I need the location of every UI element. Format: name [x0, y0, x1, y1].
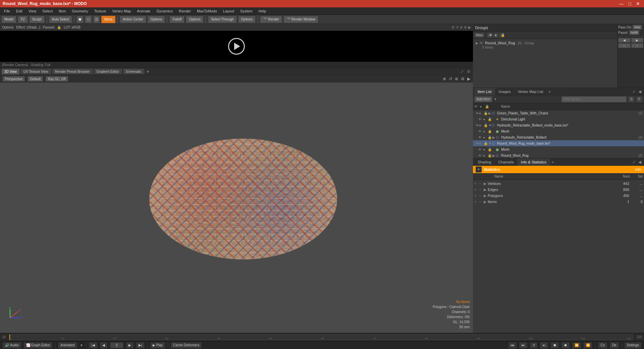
preview-options-label[interactable]: Options	[2, 26, 13, 29]
de-btn[interactable]: De	[610, 342, 619, 348]
prev-keyframe-btn[interactable]: |◀	[89, 342, 97, 348]
il-collapse-btn[interactable]: ◀	[637, 89, 643, 94]
tab-shading[interactable]: Shading	[474, 158, 495, 166]
groups-new-btn[interactable]: New	[474, 33, 484, 38]
stat-expand-polygons[interactable]: ▶	[484, 194, 487, 198]
menu-animate[interactable]: Animate	[134, 8, 153, 14]
groups-lock-btn[interactable]: 🔒	[499, 33, 504, 38]
preview-icon-4[interactable]: ⚙	[464, 26, 467, 29]
play-preview-btn[interactable]	[228, 38, 245, 55]
transport-4[interactable]: ⏯	[540, 342, 548, 348]
st-expand-btn[interactable]: ⤢	[631, 160, 637, 164]
item-row-0[interactable]: 👁 ● 🔒 ▶ ⬡ Green_Plastic_Table_With_Chair…	[473, 110, 644, 116]
vp-rotate-icon[interactable]: ↺	[449, 77, 452, 81]
preview-icon-3[interactable]: ⊕	[460, 26, 463, 29]
menu-help[interactable]: Help	[256, 8, 269, 14]
viewport-options-btn[interactable]: ⚙	[466, 69, 472, 74]
pass-new-btn[interactable]: New	[633, 25, 642, 30]
frame-input[interactable]	[110, 342, 123, 348]
model-btn[interactable]: Model	[1, 16, 16, 23]
tab-images[interactable]: Images	[495, 88, 515, 95]
pass-next-btn[interactable]: ▶	[631, 38, 644, 43]
item-row-7[interactable]: 👁 ● 🔒 ▶ ⬡ Round_Wool_Rug (2)	[473, 152, 644, 158]
il-f-col[interactable]: F	[636, 96, 643, 102]
mode-2-btn[interactable]: ⬡	[85, 16, 92, 23]
stat-minus-items[interactable]: −	[479, 200, 483, 204]
st-collapse-btn[interactable]: ◀	[637, 160, 643, 164]
menu-view[interactable]: View	[26, 8, 39, 14]
add-item-dropdown-icon[interactable]: ▼	[494, 97, 497, 101]
maximize-btn[interactable]: □	[627, 1, 633, 6]
perspective-btn[interactable]: Perspective	[3, 76, 25, 82]
menu-texture[interactable]: Texture	[92, 8, 109, 14]
item-row-1[interactable]: 👁 ● 🔒 ▶ ☀ Directional Light	[473, 116, 644, 122]
audio-btn[interactable]: 🔊 Audio	[3, 342, 21, 348]
menu-vertex-map[interactable]: Vertex Map	[110, 8, 134, 14]
menu-maxtomodo[interactable]: MaxToModo	[194, 8, 220, 14]
pass-resize-w-btn[interactable]: ↔	[618, 43, 631, 48]
transport-7[interactable]: ⏪	[572, 342, 581, 348]
item-expand-1[interactable]: ▶	[492, 117, 496, 121]
tab-info-stats[interactable]: Info & Statistics	[518, 158, 550, 166]
transport-3[interactable]: ↺	[530, 342, 537, 348]
add-item-btn[interactable]: Add Item	[474, 96, 492, 102]
transport-6[interactable]: ⏺	[561, 342, 570, 348]
pass-nofilt-btn[interactable]: Nofilt	[629, 30, 640, 35]
transport-5[interactable]: ⏹	[551, 342, 559, 348]
settings-btn[interactable]: Settings	[625, 342, 641, 348]
stat-expand-vertices[interactable]: ▶	[484, 182, 487, 186]
menu-layout[interactable]: Layout	[220, 8, 237, 14]
animated-btn[interactable]: Animated	[58, 342, 77, 348]
render-btn[interactable]: 🎬 Render	[260, 16, 282, 23]
menu-render[interactable]: Render	[176, 8, 194, 14]
tab-channels[interactable]: Channels	[495, 158, 517, 166]
tab-schematic[interactable]: Schematic	[123, 68, 145, 74]
falloff-btn[interactable]: Falloff	[169, 16, 184, 23]
ray-gl-btn[interactable]: Ray GL: Off	[46, 76, 68, 82]
stat-plus-vertices[interactable]: +	[474, 182, 478, 186]
pass-resize-h-btn[interactable]: ↕	[631, 43, 644, 48]
preview-icon-2[interactable]: ↺	[456, 26, 459, 29]
groups-eye-btn[interactable]: ●	[493, 33, 498, 38]
vp-center-icon[interactable]: ⊕	[443, 77, 446, 81]
item-row-4[interactable]: 👁 ● 🔒 ▶ ⬡ Hydraulic_Retractable_Bollard …	[473, 134, 644, 140]
vp-expand-icon[interactable]: ▶	[467, 77, 470, 81]
stat-minus-vertices[interactable]: −	[479, 182, 483, 186]
timeline-track[interactable]: 0 10 20 30 40 50 60 70 80 90 100 110 120	[9, 334, 633, 340]
stat-expand-edges[interactable]: ▶	[484, 188, 487, 192]
co-btn[interactable]: Co	[598, 342, 607, 348]
options-2-btn[interactable]: Options	[186, 16, 203, 23]
tab-gradient-editor[interactable]: Gradient Editor	[94, 68, 122, 74]
default-btn[interactable]: Default	[28, 76, 43, 82]
play-btn[interactable]: ▶ Play	[150, 342, 165, 348]
menu-dynamics[interactable]: Dynamics	[154, 8, 175, 14]
options-1-btn[interactable]: Options	[148, 16, 165, 23]
stat-minus-edges[interactable]: −	[479, 188, 483, 192]
auto-select-btn[interactable]: Auto Select	[49, 16, 72, 23]
menu-select[interactable]: Select	[40, 8, 55, 14]
transport-1[interactable]: ⏮	[508, 342, 517, 348]
add-stats-tab-btn[interactable]: +	[550, 159, 555, 165]
stats-add-btn[interactable]: +	[476, 166, 482, 172]
options-3-btn[interactable]: Options	[238, 16, 256, 23]
tab-render-preset[interactable]: Render Preset Browser	[52, 68, 93, 74]
preview-icon-5[interactable]: ▶	[468, 26, 471, 29]
stat-plus-edges[interactable]: +	[474, 188, 478, 192]
menu-item[interactable]: Item	[56, 8, 68, 14]
next-frame-btn[interactable]: ▶	[126, 342, 133, 348]
menu-geometry[interactable]: Geometry	[69, 8, 91, 14]
item-expand-6[interactable]: ▶	[492, 148, 496, 151]
filter-items-input[interactable]	[561, 96, 627, 102]
stat-expand-items[interactable]: ▶	[484, 200, 487, 204]
item-row-5[interactable]: 👁 ● 🔒 ▼ ⬡ Round_Wool_Rug_modo_base.lxo*	[473, 140, 644, 146]
transport-8[interactable]: ⏩	[584, 342, 592, 348]
menu-edit[interactable]: Edit	[13, 8, 25, 14]
il-expand-btn[interactable]: ⤢	[631, 89, 637, 94]
item-expand-2[interactable]: ▼	[488, 123, 492, 127]
add-viewport-tab-btn[interactable]: +	[145, 69, 151, 74]
mode-3-btn[interactable]: ⊡	[93, 16, 100, 23]
item-expand-4[interactable]: ▶	[492, 136, 496, 139]
preview-icon-1[interactable]: ⚙	[451, 26, 454, 29]
tab-item-list[interactable]: Item List	[474, 88, 495, 95]
stat-minus-polygons[interactable]: −	[479, 194, 483, 198]
